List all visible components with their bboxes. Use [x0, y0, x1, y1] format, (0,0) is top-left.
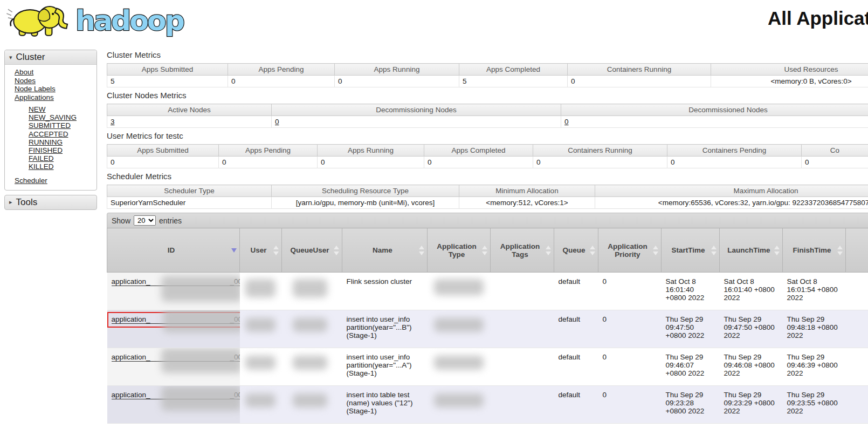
starttime-cell: Sat Oct 8 16:01:40 +0800 2022: [662, 273, 720, 310]
cluster-nav-header[interactable]: ▾ Cluster: [5, 50, 97, 65]
queue-cell: default: [554, 310, 598, 348]
app-id-cell: application__0002: [107, 386, 240, 424]
queueuser-cell: [282, 310, 342, 348]
header-finishtime[interactable]: FinishTime: [783, 228, 846, 273]
tools-nav-header[interactable]: ▸ Tools: [4, 195, 97, 210]
queueuser-cell: [282, 348, 342, 386]
sidebar-item-new[interactable]: NEW: [29, 105, 97, 113]
sort-icon: [273, 246, 279, 255]
application-tags-cell: [491, 273, 554, 310]
user-metrics-title: User Metrics for testc: [107, 131, 868, 141]
col-apps-pending: Apps Pending: [228, 64, 335, 76]
sidebar-item-about[interactable]: About: [15, 68, 97, 77]
header-application-tags[interactable]: Application Tags: [491, 228, 554, 273]
active-nodes-link[interactable]: 3: [111, 118, 115, 126]
user-apps-pending-value: 0: [219, 157, 318, 168]
cutoff-cell: [846, 273, 868, 310]
sort-desc-icon: [231, 248, 237, 253]
name-cell: Flink session cluster: [342, 273, 428, 310]
entries-label: entries: [159, 216, 182, 225]
sort-icon: [590, 246, 595, 255]
sidebar-item-new-saving[interactable]: NEW_SAVING: [29, 113, 97, 121]
finishtime-cell: Sat Oct 8 16:01:54 +0800 2022: [783, 273, 846, 310]
queue-cell: default: [554, 273, 598, 310]
user-apps-running-value: 0: [318, 157, 424, 168]
sidebar-item-killed[interactable]: KILLED: [29, 162, 97, 171]
finishtime-cell: Thu Sep 29 09:46:39 +0800 2022: [783, 348, 846, 386]
header-starttime[interactable]: StartTime: [662, 228, 720, 273]
scheduler-metrics-table: Scheduler Type Scheduling Resource Type …: [107, 185, 868, 209]
name-cell: insert into user_info partition(year="..…: [342, 310, 428, 348]
col-active-nodes: Active Nodes: [107, 104, 272, 116]
collapse-icon: ▾: [9, 54, 12, 61]
col-user-apps-submitted: Apps Submitted: [107, 145, 219, 157]
name-cell: insert into table test (name) values ("1…: [342, 386, 428, 424]
svg-text:hadoop: hadoop: [75, 4, 184, 37]
cluster-metrics-title: Cluster Metrics: [107, 50, 868, 60]
app-id-cell: application__0003: [107, 348, 240, 386]
header-application-priority[interactable]: Application Priority: [598, 228, 662, 273]
sidebar-item-accepted[interactable]: ACCEPTED: [29, 130, 97, 138]
col-used-resources: Used Resources: [711, 64, 868, 76]
col-user-apps-pending: Apps Pending: [219, 145, 318, 157]
cluster-metrics-table: Apps Submitted Apps Pending Apps Running…: [107, 63, 868, 87]
show-label: Show: [112, 216, 130, 225]
sidebar-item-node-labels[interactable]: Node Labels: [15, 85, 97, 93]
col-decommissioning-nodes: Decommissioning Nodes: [272, 104, 561, 116]
apps-running-value: 0: [335, 76, 459, 87]
entries-select[interactable]: 20: [134, 215, 156, 226]
scheduler-metrics-title: Scheduler Metrics: [107, 172, 868, 181]
application-priority-cell: 0: [598, 310, 662, 348]
header-application-type[interactable]: Application Type: [428, 228, 491, 273]
header-id[interactable]: ID: [107, 228, 240, 273]
queueuser-cell: [282, 273, 342, 310]
header-name[interactable]: Name: [342, 228, 428, 273]
decommissioning-nodes-link[interactable]: 0: [275, 118, 279, 126]
sort-icon: [419, 246, 424, 255]
sidebar-item-applications[interactable]: Applications: [15, 93, 97, 102]
app-id-cell: application__0004: [107, 310, 240, 348]
sidebar-item-nodes[interactable]: Nodes: [15, 77, 97, 85]
decommissioned-nodes-link[interactable]: 0: [564, 118, 569, 126]
header-queueuser[interactable]: QueueUser: [282, 228, 342, 273]
tools-nav-label: Tools: [16, 197, 38, 208]
sidebar-item-running[interactable]: RUNNING: [29, 138, 97, 146]
sidebar-item-scheduler[interactable]: Scheduler: [15, 176, 47, 185]
col-user-apps-running: Apps Running: [318, 145, 424, 157]
redacted-id-segment: [163, 310, 240, 333]
redacted-user: [245, 279, 275, 297]
application-tags-cell: [491, 386, 554, 424]
cluster-nav-box: ▾ Cluster About Nodes Node Labels Applic…: [4, 50, 97, 191]
redacted-id-segment: [161, 386, 240, 411]
launchtime-cell: Thu Sep 29 09:46:08 +0800 2022: [720, 348, 783, 386]
sidebar-item-submitted[interactable]: SUBMITTED: [29, 121, 97, 130]
cutoff-cell: [846, 348, 868, 386]
application-type-cell: [428, 348, 491, 386]
sidebar-item-failed[interactable]: FAILED: [29, 154, 97, 162]
launchtime-cell: Thu Sep 29 09:23:29 +0800 2022: [720, 386, 783, 424]
launchtime-cell: Sat Oct 8 16:01:40 +0800 2022: [720, 273, 783, 310]
application-priority-cell: 0: [598, 273, 662, 310]
user-containers-running-value: 0: [533, 157, 667, 168]
hadoop-logo: hadoop: [4, 1, 201, 42]
sidebar-item-finished[interactable]: FINISHED: [29, 146, 97, 154]
name-cell: insert into user_info partition(year="..…: [342, 348, 428, 386]
redacted-queueuser: [293, 279, 327, 297]
table-row: application__0005 Flink session cluster …: [107, 273, 868, 310]
col-scheduler-type: Scheduler Type: [107, 185, 272, 197]
cutoff-cell: [846, 310, 868, 348]
scheduler-type-value: SuperiorYarnScheduler: [107, 197, 272, 209]
col-apps-submitted: Apps Submitted: [107, 64, 228, 76]
main-content: Cluster Metrics Apps Submitted Apps Pend…: [107, 47, 868, 428]
redacted-application-type: [434, 393, 484, 407]
header-queue[interactable]: Queue: [554, 228, 598, 273]
header-launchtime[interactable]: LaunchTime: [720, 228, 783, 273]
app-id-cell: application__0005: [107, 273, 240, 310]
user-apps-submitted-value: 0: [107, 157, 219, 168]
sort-icon: [334, 246, 339, 255]
starttime-cell: Thu Sep 29 09:47:50 +0800 2022: [662, 310, 720, 348]
redacted-id-segment: [161, 276, 240, 302]
header-user[interactable]: User: [240, 228, 282, 273]
user-apps-completed-value: 0: [424, 157, 533, 168]
redacted-user: [245, 318, 275, 332]
